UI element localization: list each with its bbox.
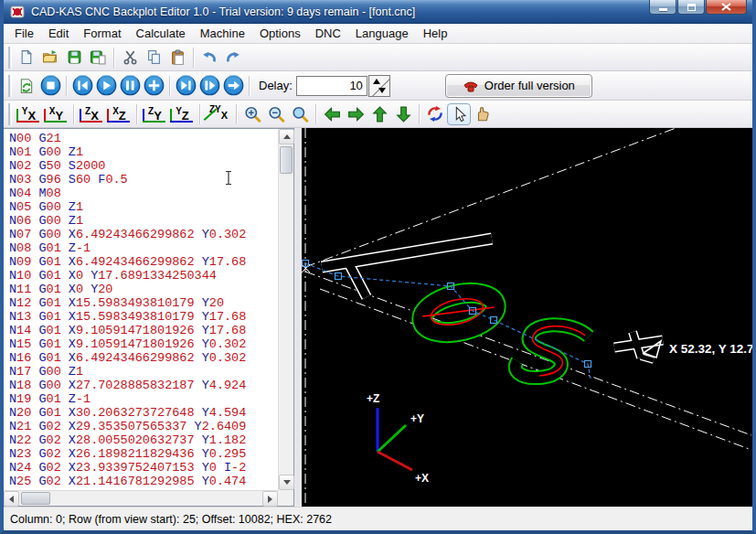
axis-vbar (170, 109, 172, 122)
save-as-icon (90, 49, 106, 65)
horizontal-scroll-thumb[interactable] (21, 492, 50, 505)
spin-down-icon[interactable] (378, 88, 386, 93)
skip-end-button[interactable] (174, 75, 197, 97)
close-button[interactable] (706, 0, 747, 15)
view-zy-button[interactable]: ZY (141, 103, 168, 125)
maximize-icon (687, 4, 696, 11)
view-xz-button[interactable]: XZ (105, 103, 133, 125)
axis-hbar (143, 121, 165, 123)
toolbar-grip[interactable] (8, 103, 12, 125)
stop-button[interactable] (38, 75, 62, 97)
menu-item-edit[interactable]: Edit (41, 25, 76, 42)
menu-item-dnc[interactable]: DNC (308, 25, 348, 42)
gcode-line[interactable]: N13 G01 X15.5983493810179 Y17.68 (9, 310, 278, 324)
undo-icon (201, 49, 218, 65)
gcode-line[interactable]: N05 G00 Z1 (9, 200, 278, 214)
gcode-line[interactable]: N08 G01 Z-1 (9, 241, 278, 255)
gcode-line[interactable]: N12 G01 X15.5983493810179 Y20 (9, 296, 278, 310)
vertical-scrollbar[interactable] (278, 129, 293, 490)
redo-button[interactable] (221, 47, 245, 69)
play-button[interactable] (94, 75, 118, 97)
gcode-line[interactable]: N20 G01 X30.2063273727648 Y4.594 (9, 406, 278, 420)
continue-button[interactable] (221, 75, 245, 97)
view-xy-button[interactable]: XY (42, 103, 69, 125)
menu-item-options[interactable]: Options (252, 25, 308, 42)
spin-up-icon[interactable] (373, 79, 380, 84)
rotate-button[interactable] (423, 103, 447, 125)
zoom-out-button[interactable] (264, 103, 288, 125)
gcode-line[interactable]: N25 G02 X21.1416781292985 Y0.474 (9, 475, 278, 488)
gcode-line[interactable]: N04 M08 (9, 187, 278, 200)
scroll-right-button[interactable] (262, 491, 278, 507)
open-file-icon (42, 49, 59, 65)
view-yx-button[interactable]: YX (15, 103, 42, 125)
vertical-scroll-thumb[interactable] (280, 146, 293, 174)
menu-item-machine[interactable]: Machine (193, 25, 252, 42)
gcode-line[interactable]: N09 G01 X6.49243466299862 Y17.68 (9, 255, 278, 269)
scroll-up-button[interactable] (279, 129, 294, 144)
pan-down-button[interactable] (391, 103, 415, 125)
delay-spinner[interactable] (368, 75, 390, 97)
menu-item-format[interactable]: Format (76, 25, 128, 42)
gcode-line[interactable]: N16 G01 X6.49243466299862 Y0.302 (9, 351, 278, 365)
gcode-line[interactable]: N24 G02 X23.9339752407153 Y0 I-2 (9, 461, 278, 475)
gcode-line[interactable]: N11 G01 X0 Y20 (9, 283, 278, 296)
gcode-line[interactable]: N18 G00 X27.7028885832187 Y4.924 (9, 379, 278, 392)
scroll-left-button[interactable] (4, 491, 19, 507)
gcode-line[interactable]: N06 G00 Z1 (9, 214, 278, 228)
pan-right-button[interactable] (344, 103, 367, 125)
gcode-line[interactable]: N10 G01 X0 Y17.6891334250344 (9, 269, 278, 283)
open-file-button[interactable] (38, 47, 62, 69)
separator (236, 104, 237, 124)
gcode-line[interactable]: N00 G21 (9, 132, 278, 145)
gcode-line[interactable]: N01 G00 Z1 (9, 145, 278, 159)
pause-button[interactable] (118, 75, 142, 97)
skip-start-button[interactable] (70, 75, 94, 97)
gcode-line[interactable]: N21 G02 X29.353507565337 Y2.6409 (9, 420, 278, 433)
gcode-line[interactable]: N19 G01 Z-1 (9, 392, 278, 406)
gcode-line[interactable]: N22 G02 X28.0055020632737 Y1.182 (9, 433, 278, 447)
step-button[interactable] (197, 75, 221, 97)
gcode-editor[interactable]: N00 G21N01 G00 Z1N02 G50 S2000N03 G96 S6… (4, 129, 278, 490)
pan-left-button[interactable] (320, 103, 344, 125)
menu-item-help[interactable]: Help (416, 25, 455, 42)
gcode-line[interactable]: N15 G01 X9.10591471801926 Y0.302 (9, 337, 278, 351)
copy-button[interactable] (142, 47, 165, 69)
view-yz-button[interactable]: YZ (168, 103, 196, 125)
reload-button[interactable] (15, 75, 38, 97)
delay-input[interactable] (296, 76, 367, 96)
pan-hand-button[interactable] (471, 103, 495, 125)
menu-item-language[interactable]: Language (348, 25, 416, 42)
zoom-window-button[interactable] (288, 103, 312, 125)
order-full-version-button[interactable]: Order full version (445, 74, 592, 98)
cut-button[interactable] (118, 47, 142, 69)
minimize-button[interactable] (649, 0, 676, 15)
gcode-line[interactable]: N17 G00 Z1 (9, 365, 278, 379)
gcode-line[interactable]: N03 G96 S60 F0.5 (9, 173, 278, 187)
gcode-line[interactable]: N14 G01 X9.10591471801926 Y17.68 (9, 324, 278, 337)
add-button[interactable] (142, 75, 165, 97)
gcode-line[interactable]: N23 G02 X26.1898211829436 Y0.295 (9, 447, 278, 461)
menu-item-file[interactable]: File (7, 25, 41, 42)
new-file-button[interactable] (15, 47, 38, 69)
title-bar[interactable]: CAD-KAS CNC Backplot Editor 1.0 - Trial … (4, 0, 752, 24)
backplot-canvas[interactable]: X 52.32, Y 12.71 +Z +Y +X (302, 128, 752, 507)
paste-button[interactable] (165, 47, 189, 69)
toolbar-grip[interactable] (8, 75, 12, 97)
view-zx-button[interactable]: ZX (78, 103, 105, 125)
save-as-button[interactable] (86, 47, 110, 69)
pan-up-button[interactable] (367, 103, 391, 125)
view-3d-button[interactable]: ZYX (204, 103, 232, 125)
save-button[interactable] (62, 47, 86, 69)
toolbar-grip[interactable] (8, 47, 12, 69)
horizontal-scrollbar[interactable] (4, 490, 278, 506)
undo-button[interactable] (197, 47, 221, 69)
menu-item-calculate[interactable]: Calculate (129, 25, 193, 42)
gcode-line[interactable]: N02 G50 S2000 (9, 159, 278, 173)
scroll-down-button[interactable] (279, 475, 294, 490)
gcode-line[interactable]: N07 G00 X6.49243466299862 Y0.302 (9, 228, 278, 241)
maximize-button[interactable] (677, 0, 705, 15)
panel-splitter[interactable] (294, 128, 302, 507)
zoom-in-button[interactable] (240, 103, 264, 125)
pointer-tool-button[interactable] (447, 103, 471, 125)
